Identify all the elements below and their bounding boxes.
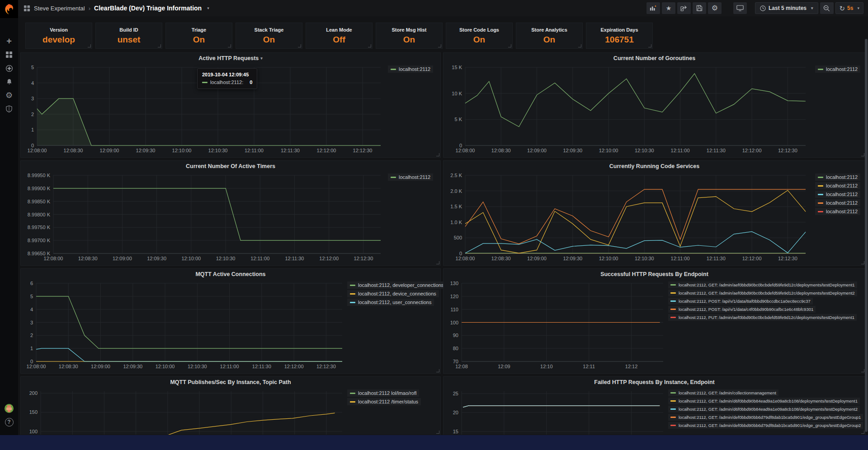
legend-item[interactable]: localhost:2112, POST: /api/v/1/data/c4f0… (668, 306, 816, 313)
legend-item[interactable]: localhost:2112 (388, 66, 433, 73)
series-color-dash (670, 300, 676, 302)
series-color-dash (391, 69, 396, 70)
stat-panel-version[interactable]: Versiondevelop (25, 23, 92, 49)
svg-text:12:10:00: 12:10:00 (599, 148, 618, 153)
legend-item[interactable]: localhost:2112, GET: /admin/aef0bbd90bc0… (668, 290, 857, 296)
svg-text:5: 5 (31, 65, 34, 70)
vertical-scrollbar[interactable] (865, 39, 868, 432)
stat-value: On (376, 35, 442, 45)
svg-text:12:12:00: 12:12:00 (742, 148, 762, 153)
series-name: localhost:2112, GET: /admin/def0bbd90bb6… (679, 423, 861, 428)
chart-successful-http[interactable]: 12:0812:0912:1012:1112:12708090100110120… (446, 280, 668, 372)
panel-title[interactable]: MQTT Active Connections (21, 269, 440, 280)
refresh-interval-label: 5s (847, 5, 853, 11)
series-name: localhost:2112 (399, 66, 430, 72)
svg-text:2.0 K: 2.0 K (450, 188, 462, 194)
legend-item[interactable]: localhost:2112, device_connections (347, 290, 439, 297)
grafana-logo-icon[interactable] (0, 0, 18, 18)
panel-successful-http: Successful HTTP Requests By Endpoint 12:… (443, 268, 866, 374)
settings-gear-button[interactable]: ⚙ (708, 2, 722, 14)
svg-text:12:10:30: 12:10:30 (208, 148, 228, 153)
panel-title[interactable]: Currently Running Code Services (443, 161, 865, 172)
explore-compass-icon[interactable] (0, 61, 18, 75)
refresh-picker[interactable]: ↻ 5s ▾ (835, 2, 863, 14)
svg-text:12:09:30: 12:09:30 (147, 256, 166, 261)
stat-panel-expiration-days[interactable]: Expiration Days106751 (586, 23, 653, 49)
svg-text:2: 2 (31, 112, 34, 117)
legend-item[interactable]: localhost:2112 (815, 182, 860, 189)
legend-item[interactable]: localhost:2112, POST: /api/v/1/data/8af0… (668, 298, 813, 305)
svg-text:8.99850 K: 8.99850 K (28, 199, 51, 204)
legend-item[interactable]: localhost:2112, developer_connections (347, 281, 446, 289)
chart-active-timers[interactable]: 12:08:0012:08:3012:09:0012:09:3012:10:00… (24, 172, 385, 264)
legend-item[interactable]: localhost:2112, GET: /admin/d6f0bbd90b84… (668, 398, 860, 404)
stat-panel-triage[interactable]: TriageOn (165, 23, 232, 49)
save-button[interactable] (693, 2, 706, 14)
svg-text:0: 0 (30, 359, 33, 364)
svg-text:12:08:30: 12:08:30 (59, 364, 78, 369)
star-button[interactable]: ★ (662, 2, 675, 14)
chart-mqtt-connections[interactable]: 12:08:0012:08:3012:09:0012:09:3012:10:00… (24, 280, 347, 372)
stat-value: On (446, 35, 512, 45)
panel-menu-caret-icon[interactable]: ▾ (260, 56, 263, 61)
svg-text:12:12:30: 12:12:30 (316, 364, 336, 369)
svg-text:12:12:30: 12:12:30 (354, 256, 373, 261)
legend-item[interactable]: localhost:2112 (388, 173, 433, 181)
stat-panel-store-msg-hist[interactable]: Store Msg HistOn (376, 23, 443, 49)
series-color-dash (670, 417, 676, 418)
legend-item[interactable]: localhost:2112, GET: /admin/collectionma… (668, 389, 778, 396)
user-avatar[interactable] (0, 402, 18, 415)
legend-item[interactable]: localhost:2112, GET: /admin/def0bbd90bb6… (668, 414, 863, 421)
legend-item[interactable]: localhost:2112, GET: /admin/d6f0bbd90b84… (668, 406, 860, 412)
legend-item[interactable]: localhost:2112 (815, 66, 860, 73)
breadcrumb-folder[interactable]: Steve Experimental (34, 5, 85, 12)
legend-item[interactable]: localhost:2112, GET: /admin/def0bbd90bb6… (668, 422, 863, 429)
tv-kiosk-button[interactable] (733, 2, 747, 14)
panel-title[interactable]: Active HTTP Requests▾ (21, 53, 440, 64)
stat-panel-lean-mode[interactable]: Lean ModeOff (306, 23, 373, 49)
panel-title[interactable]: Successful HTTP Requests By Endpoint (443, 269, 865, 280)
legend-item[interactable]: localhost:2112, PUT: /admin/aef0bbd90bc0… (668, 314, 857, 321)
server-admin-shield-icon[interactable] (0, 102, 18, 116)
stat-panel-store-analytics[interactable]: Store AnalyticsOn (516, 23, 583, 49)
dashboard-title[interactable]: ClearBlade (Dev) Triage Information (94, 5, 202, 12)
panel-title[interactable]: Current Number Of Active Timers (21, 161, 440, 172)
chart-goroutines[interactable]: 12:08:0012:08:3012:09:0012:09:3012:10:00… (446, 64, 810, 156)
configuration-gear-icon[interactable]: ⚙ (0, 89, 18, 102)
dashboards-icon[interactable] (0, 48, 18, 61)
svg-text:12:08:00: 12:08:00 (456, 256, 475, 261)
stat-label: Stack Triage (236, 27, 302, 33)
legend-item[interactable]: localhost:2112 (815, 191, 860, 198)
stat-panel-store-code-logs[interactable]: Store Code LogsOn (446, 23, 513, 49)
help-icon[interactable]: ? (0, 415, 18, 429)
legend-item[interactable]: localhost:2112 lol/lmao/rofl (347, 389, 419, 397)
legend-item[interactable]: localhost:2112 (815, 173, 860, 181)
alerting-bell-icon[interactable] (0, 75, 18, 89)
svg-text:8.99950 K: 8.99950 K (28, 173, 51, 178)
series-name: localhost:2112 (826, 192, 858, 197)
legend-item[interactable]: localhost:2112, GET: /admin/aef0bbd90bc0… (668, 281, 857, 288)
legend-item[interactable]: localhost:2112, user_connections (347, 299, 434, 306)
stat-panel-build-id[interactable]: Build IDunset (95, 23, 162, 49)
chart-code-services[interactable]: 12:08:0012:08:3012:09:0012:09:3012:10:00… (446, 172, 810, 264)
series-color-dash (818, 69, 823, 70)
title-caret-icon[interactable]: ▾ (207, 6, 209, 10)
svg-text:110: 110 (450, 307, 458, 312)
svg-text:6: 6 (30, 281, 33, 286)
panel-title[interactable]: Failed HTTP Requests By Instance, Endpoi… (443, 377, 865, 388)
stat-panel-stack-triage[interactable]: Stack TriageOn (236, 23, 302, 49)
svg-text:12:11:30: 12:11:30 (252, 364, 271, 369)
share-button[interactable] (677, 2, 691, 14)
chart-mqtt-publishes[interactable]: 100150200 (24, 388, 347, 435)
add-panel-button[interactable] (646, 2, 660, 14)
time-range-picker[interactable]: Last 5 minutes ▾ (755, 2, 818, 14)
panel-title[interactable]: Current Number of Goroutines (443, 53, 865, 64)
zoom-out-button[interactable] (820, 2, 834, 14)
panel-title[interactable]: MQTT Publishes/Sec By Instance, Topic Pa… (21, 377, 440, 388)
legend-item[interactable]: localhost:2112 (815, 208, 860, 215)
legend-item[interactable]: localhost:2112 (815, 199, 860, 206)
chart-failed-http[interactable]: 152025 (446, 388, 668, 435)
legend-item[interactable]: localhost:2112 /timer/status (347, 398, 421, 405)
sidebar: + ⚙ ? (0, 0, 18, 435)
add-icon[interactable]: + (0, 34, 18, 48)
